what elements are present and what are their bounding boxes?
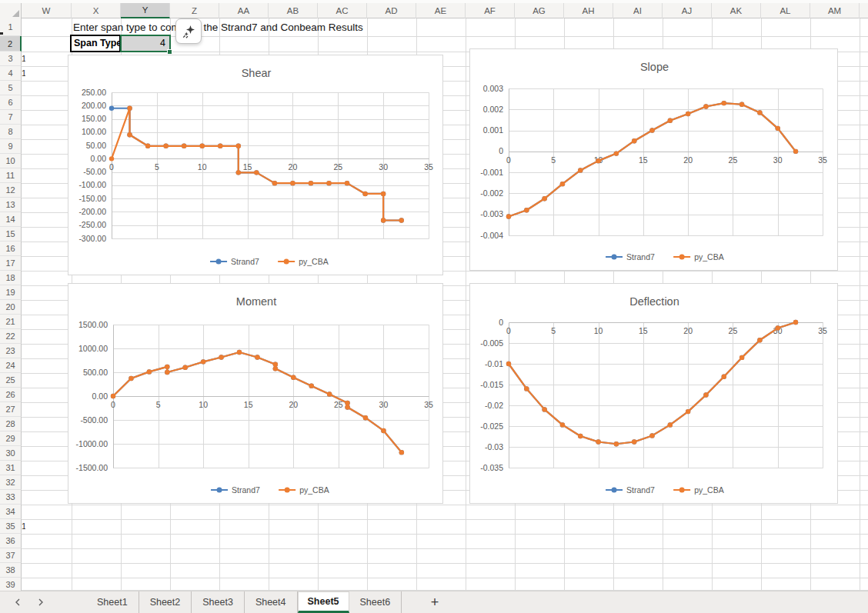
svg-text:Strand7: Strand7 [231, 257, 259, 266]
svg-text:-0.002: -0.002 [480, 188, 503, 198]
row-header-15[interactable]: 15 [0, 227, 22, 242]
row-header-36[interactable]: 36 [0, 534, 22, 548]
row-header-30[interactable]: 30 [0, 446, 22, 461]
svg-text:15: 15 [243, 162, 252, 172]
row-header-38[interactable]: 38 [0, 563, 22, 578]
row-header-22[interactable]: 22 [0, 329, 22, 344]
column-header-y[interactable]: Y [121, 3, 170, 18]
row-header-3[interactable]: 3 [0, 52, 22, 66]
row-header-35[interactable]: 35 [0, 519, 22, 534]
row-header-12[interactable]: 12 [0, 183, 22, 198]
column-header-ag[interactable]: AG [515, 3, 564, 18]
sheet-nav-prev-button[interactable] [6, 591, 29, 613]
svg-text:5: 5 [551, 326, 556, 335]
row-header-11[interactable]: 11 [0, 168, 22, 183]
svg-text:15: 15 [639, 155, 648, 165]
row-header-17[interactable]: 17 [0, 256, 22, 271]
svg-text:Strand7: Strand7 [626, 485, 655, 495]
row-header-14[interactable]: 14 [0, 212, 22, 227]
row-header-13[interactable]: 13 [0, 198, 22, 212]
column-header-ab[interactable]: AB [269, 3, 318, 18]
sheet-nav-next-button[interactable] [29, 591, 52, 613]
sheet-tab-sheet1[interactable]: Sheet1 [86, 591, 139, 613]
svg-text:0: 0 [499, 146, 503, 155]
svg-text:150.00: 150.00 [82, 114, 106, 123]
row-header-31[interactable]: 31 [0, 461, 22, 475]
row-header-26[interactable]: 26 [0, 388, 22, 402]
sheet-tab-sheet4[interactable]: Sheet4 [245, 591, 298, 613]
column-header-al[interactable]: AL [761, 3, 810, 18]
svg-text:0: 0 [506, 326, 511, 335]
cell-span-type-label[interactable]: Span Type [70, 35, 121, 52]
sheet-tab-sheet6[interactable]: Sheet6 [349, 591, 402, 613]
column-header-ac[interactable]: AC [318, 3, 367, 18]
cell-instruction-text: Enter span type to compare the Strand7 a… [73, 21, 363, 35]
svg-text:-0.015: -0.015 [480, 380, 503, 389]
column-header-ah[interactable]: AH [564, 3, 613, 18]
row-header-18[interactable]: 18 [0, 271, 22, 285]
svg-text:-500.00: -500.00 [80, 415, 108, 425]
column-header-ad[interactable]: AD [367, 3, 416, 18]
chevron-right-icon [37, 598, 45, 607]
row-header-24[interactable]: 24 [0, 358, 22, 373]
sparkle-icon [181, 24, 196, 39]
row-header-37[interactable]: 37 [0, 548, 22, 563]
column-header-ai[interactable]: AI [613, 3, 663, 18]
row-header-20[interactable]: 20 [0, 300, 22, 315]
row-header-27[interactable]: 27 [0, 402, 22, 417]
sheet-tab-sheet3[interactable]: Sheet3 [192, 591, 245, 613]
column-header-af[interactable]: AF [466, 3, 515, 18]
row-header-29[interactable]: 29 [0, 431, 22, 446]
row-header-23[interactable]: 23 [0, 344, 22, 358]
moment-chart[interactable]: -1500.00-1000.00-500.000.00500.001000.00… [68, 283, 443, 504]
svg-text:250.00: 250.00 [82, 88, 106, 97]
svg-text:-0.02: -0.02 [485, 401, 503, 410]
svg-text:35: 35 [818, 155, 827, 165]
column-header-w[interactable]: W [22, 3, 72, 18]
row-header-34[interactable]: 34 [0, 505, 22, 519]
row-header-25[interactable]: 25 [0, 373, 22, 388]
analyze-data-button[interactable] [175, 18, 202, 44]
column-header-ae[interactable]: AE [416, 3, 466, 18]
add-sheet-button[interactable]: + [423, 591, 446, 613]
row-header-5[interactable]: 5 [0, 81, 22, 95]
sheet-tab-sheet2[interactable]: Sheet2 [139, 591, 192, 613]
row-header-9[interactable]: 9 [0, 139, 22, 154]
deflection-chart[interactable]: -0.035-0.03-0.025-0.02-0.015-0.01-0.0050… [469, 283, 838, 504]
row-header-32[interactable]: 32 [0, 475, 22, 490]
sheet-tab-sheet5[interactable]: Sheet5 [298, 591, 349, 613]
svg-text:py_CBA: py_CBA [694, 252, 724, 262]
svg-text:-0.001: -0.001 [480, 168, 503, 177]
svg-text:py_CBA: py_CBA [694, 485, 724, 495]
row-header-8[interactable]: 8 [0, 125, 22, 139]
slope-chart[interactable]: -0.004-0.003-0.002-0.00100.0010.0020.003… [469, 48, 838, 271]
clipped-text-fragment-row-3: 1 [22, 54, 25, 64]
row-header-1[interactable]: 1 [0, 18, 22, 36]
row-header-10[interactable]: 10 [0, 154, 22, 168]
row-header-2[interactable]: 2 [0, 36, 22, 52]
column-header-z[interactable]: Z [170, 3, 219, 18]
column-header-x[interactable]: X [72, 3, 121, 18]
row-header-33[interactable]: 33 [0, 490, 22, 505]
row-header-21[interactable]: 21 [0, 315, 22, 329]
svg-text:-1000.00: -1000.00 [76, 439, 108, 448]
row-header-16[interactable]: 16 [0, 242, 22, 256]
row-header-7[interactable]: 7 [0, 110, 22, 125]
column-header-aa[interactable]: AA [219, 3, 269, 18]
shear-chart[interactable]: -300.00-250.00-200.00-150.00-100.00-50.0… [68, 55, 443, 275]
svg-text:0: 0 [499, 318, 503, 327]
svg-text:5: 5 [156, 400, 161, 409]
row-header-19[interactable]: 19 [0, 285, 22, 300]
column-header-ak[interactable]: AK [712, 3, 761, 18]
svg-text:200.00: 200.00 [82, 101, 106, 110]
column-header-aj[interactable]: AJ [663, 3, 712, 18]
select-all-corner[interactable] [0, 3, 22, 18]
row-header-6[interactable]: 6 [0, 95, 22, 110]
selection-fill-handle[interactable] [167, 49, 172, 55]
row-header-28[interactable]: 28 [0, 417, 22, 431]
column-header-am[interactable]: AM [810, 3, 860, 18]
cell-span-type-value-selected[interactable]: 4 [120, 35, 171, 52]
svg-text:25: 25 [333, 162, 342, 172]
row-header-4[interactable]: 4 [0, 66, 22, 81]
svg-text:20: 20 [683, 326, 693, 335]
